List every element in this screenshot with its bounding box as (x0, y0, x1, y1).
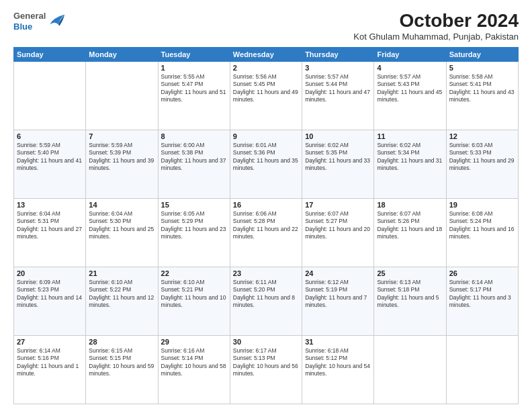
table-row: 1Sunrise: 5:55 AM Sunset: 5:47 PM Daylig… (158, 61, 230, 130)
calendar-week-row: 20Sunrise: 6:09 AM Sunset: 5:23 PM Dayli… (14, 267, 519, 335)
day-number: 1 (161, 64, 227, 72)
day-number: 28 (89, 338, 154, 346)
table-row: 27Sunrise: 6:14 AM Sunset: 5:16 PM Dayli… (14, 335, 86, 404)
table-row: 18Sunrise: 6:07 AM Sunset: 5:26 PM Dayli… (374, 198, 446, 267)
location: Kot Ghulam Muhammad, Punjab, Pakistan (353, 32, 519, 42)
day-info: Sunrise: 6:04 AM Sunset: 5:31 PM Dayligh… (17, 210, 83, 241)
day-number: 29 (161, 338, 227, 346)
table-row: 6Sunrise: 5:59 AM Sunset: 5:40 PM Daylig… (14, 130, 86, 198)
day-number: 27 (17, 338, 83, 346)
day-number: 3 (305, 64, 371, 72)
calendar-table: Sunday Monday Tuesday Wednesday Thursday… (13, 47, 519, 404)
table-row: 30Sunrise: 6:17 AM Sunset: 5:13 PM Dayli… (230, 335, 302, 404)
day-info: Sunrise: 6:07 AM Sunset: 5:27 PM Dayligh… (305, 210, 371, 241)
title-block: October 2024 Kot Ghulam Muhammad, Punjab… (353, 11, 519, 42)
day-number: 13 (17, 201, 83, 209)
header-saturday: Saturday (446, 47, 518, 61)
logo-text: General Blue (13, 11, 46, 32)
day-number: 7 (89, 132, 154, 140)
day-number: 23 (233, 269, 299, 277)
table-row: 23Sunrise: 6:11 AM Sunset: 5:20 PM Dayli… (230, 267, 302, 335)
day-number: 14 (89, 201, 154, 209)
day-number: 8 (161, 132, 227, 140)
table-row: 26Sunrise: 6:14 AM Sunset: 5:17 PM Dayli… (446, 267, 518, 335)
day-info: Sunrise: 6:02 AM Sunset: 5:35 PM Dayligh… (305, 142, 371, 173)
header-monday: Monday (86, 47, 158, 61)
day-number: 26 (449, 269, 515, 277)
day-info: Sunrise: 6:14 AM Sunset: 5:17 PM Dayligh… (449, 279, 515, 310)
day-number: 16 (233, 201, 299, 209)
day-info: Sunrise: 6:07 AM Sunset: 5:26 PM Dayligh… (377, 210, 443, 241)
logo-blue: Blue (13, 21, 46, 32)
table-row (374, 335, 446, 404)
day-number: 20 (17, 269, 83, 277)
day-number: 17 (305, 201, 371, 209)
day-info: Sunrise: 6:14 AM Sunset: 5:16 PM Dayligh… (17, 347, 83, 378)
table-row: 29Sunrise: 6:16 AM Sunset: 5:14 PM Dayli… (158, 335, 230, 404)
table-row: 4Sunrise: 5:57 AM Sunset: 5:43 PM Daylig… (374, 61, 446, 130)
table-row: 31Sunrise: 6:18 AM Sunset: 5:12 PM Dayli… (302, 335, 374, 404)
day-number: 25 (377, 269, 443, 277)
day-info: Sunrise: 6:02 AM Sunset: 5:34 PM Dayligh… (377, 142, 443, 173)
header-tuesday: Tuesday (158, 47, 230, 61)
table-row: 14Sunrise: 6:04 AM Sunset: 5:30 PM Dayli… (86, 198, 158, 267)
day-info: Sunrise: 5:57 AM Sunset: 5:43 PM Dayligh… (377, 73, 443, 104)
table-row: 5Sunrise: 5:58 AM Sunset: 5:41 PM Daylig… (446, 61, 518, 130)
table-row: 25Sunrise: 6:13 AM Sunset: 5:18 PM Dayli… (374, 267, 446, 335)
day-info: Sunrise: 5:58 AM Sunset: 5:41 PM Dayligh… (449, 73, 515, 104)
calendar-week-row: 27Sunrise: 6:14 AM Sunset: 5:16 PM Dayli… (14, 335, 519, 404)
day-info: Sunrise: 6:04 AM Sunset: 5:30 PM Dayligh… (89, 210, 154, 241)
table-row: 2Sunrise: 5:56 AM Sunset: 5:45 PM Daylig… (230, 61, 302, 130)
table-row: 10Sunrise: 6:02 AM Sunset: 5:35 PM Dayli… (302, 130, 374, 198)
day-number: 24 (305, 269, 371, 277)
table-row (14, 61, 86, 130)
day-number: 15 (161, 201, 227, 209)
day-number: 31 (305, 338, 371, 346)
logo: General Blue (13, 11, 66, 32)
table-row: 19Sunrise: 6:08 AM Sunset: 5:24 PM Dayli… (446, 198, 518, 267)
day-number: 12 (449, 132, 515, 140)
header: General Blue October 2024 Kot Ghulam Muh… (13, 11, 519, 42)
day-number: 22 (161, 269, 227, 277)
day-info: Sunrise: 6:10 AM Sunset: 5:22 PM Dayligh… (89, 279, 154, 310)
day-info: Sunrise: 6:06 AM Sunset: 5:28 PM Dayligh… (233, 210, 299, 241)
day-info: Sunrise: 5:59 AM Sunset: 5:39 PM Dayligh… (89, 142, 154, 173)
day-number: 21 (89, 269, 154, 277)
logo-bird-icon (47, 11, 66, 30)
table-row: 9Sunrise: 6:01 AM Sunset: 5:36 PM Daylig… (230, 130, 302, 198)
page: General Blue October 2024 Kot Ghulam Muh… (0, 0, 532, 411)
table-row (86, 61, 158, 130)
table-row: 21Sunrise: 6:10 AM Sunset: 5:22 PM Dayli… (86, 267, 158, 335)
day-number: 11 (377, 132, 443, 140)
day-info: Sunrise: 6:11 AM Sunset: 5:20 PM Dayligh… (233, 279, 299, 310)
table-row: 22Sunrise: 6:10 AM Sunset: 5:21 PM Dayli… (158, 267, 230, 335)
header-friday: Friday (374, 47, 446, 61)
table-row: 12Sunrise: 6:03 AM Sunset: 5:33 PM Dayli… (446, 130, 518, 198)
calendar-week-row: 6Sunrise: 5:59 AM Sunset: 5:40 PM Daylig… (14, 130, 519, 198)
day-info: Sunrise: 6:12 AM Sunset: 5:19 PM Dayligh… (305, 279, 371, 310)
table-row: 20Sunrise: 6:09 AM Sunset: 5:23 PM Dayli… (14, 267, 86, 335)
day-info: Sunrise: 6:03 AM Sunset: 5:33 PM Dayligh… (449, 142, 515, 173)
day-number: 2 (233, 64, 299, 72)
day-info: Sunrise: 5:56 AM Sunset: 5:45 PM Dayligh… (233, 73, 299, 104)
day-info: Sunrise: 6:17 AM Sunset: 5:13 PM Dayligh… (233, 347, 299, 378)
day-info: Sunrise: 6:15 AM Sunset: 5:15 PM Dayligh… (89, 347, 154, 378)
table-row: 28Sunrise: 6:15 AM Sunset: 5:15 PM Dayli… (86, 335, 158, 404)
calendar-week-row: 1Sunrise: 5:55 AM Sunset: 5:47 PM Daylig… (14, 61, 519, 130)
calendar-week-row: 13Sunrise: 6:04 AM Sunset: 5:31 PM Dayli… (14, 198, 519, 267)
day-number: 6 (17, 132, 83, 140)
day-number: 10 (305, 132, 371, 140)
day-number: 5 (449, 64, 515, 72)
table-row: 13Sunrise: 6:04 AM Sunset: 5:31 PM Dayli… (14, 198, 86, 267)
day-info: Sunrise: 6:08 AM Sunset: 5:24 PM Dayligh… (449, 210, 515, 241)
table-row: 17Sunrise: 6:07 AM Sunset: 5:27 PM Dayli… (302, 198, 374, 267)
logo-general: General (13, 11, 46, 21)
day-info: Sunrise: 6:05 AM Sunset: 5:29 PM Dayligh… (161, 210, 227, 241)
header-thursday: Thursday (302, 47, 374, 61)
day-info: Sunrise: 6:01 AM Sunset: 5:36 PM Dayligh… (233, 142, 299, 173)
day-info: Sunrise: 6:09 AM Sunset: 5:23 PM Dayligh… (17, 279, 83, 310)
day-info: Sunrise: 5:55 AM Sunset: 5:47 PM Dayligh… (161, 73, 227, 104)
day-number: 30 (233, 338, 299, 346)
header-wednesday: Wednesday (230, 47, 302, 61)
table-row: 8Sunrise: 6:00 AM Sunset: 5:38 PM Daylig… (158, 130, 230, 198)
